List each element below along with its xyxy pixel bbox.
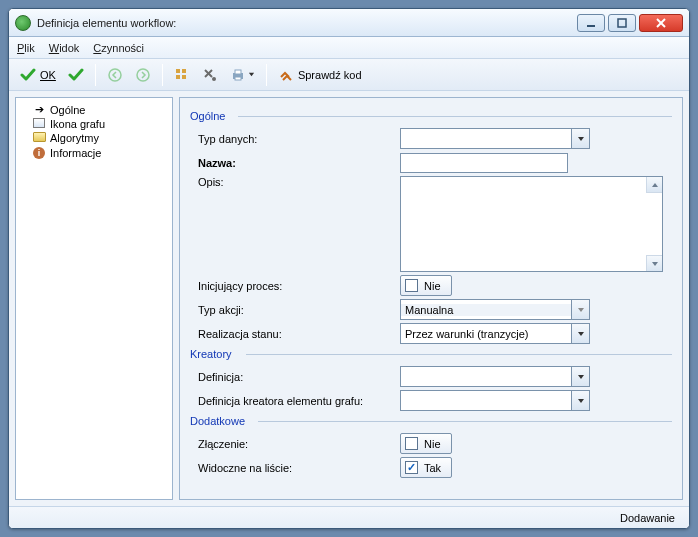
svg-point-12 — [212, 77, 216, 81]
group-wizards: Kreatory — [190, 348, 672, 360]
form-panel: Ogólne Typ danych: Nazwa: Opis: — [179, 97, 683, 500]
label-definicja: Definicja: — [190, 371, 400, 383]
combo-value: Manualna — [401, 304, 571, 316]
combo-definicja[interactable] — [400, 366, 590, 387]
window: Definicja elementu workflow: Plik Widok … — [8, 8, 690, 529]
label-inicjujacy: Inicjujący proces: — [190, 280, 400, 292]
check-label: Tak — [424, 462, 441, 474]
menu-view[interactable]: Widok — [49, 42, 80, 54]
check-zlaczenie[interactable]: Nie — [400, 433, 452, 454]
menubar: Plik Widok Czynności — [9, 37, 689, 59]
ok-label: OK — [40, 69, 56, 81]
close-button[interactable] — [639, 14, 683, 32]
svg-rect-14 — [235, 70, 241, 74]
label-typakcji: Typ akcji: — [190, 304, 400, 316]
image-icon — [32, 118, 46, 130]
chevron-down-icon[interactable] — [571, 367, 589, 386]
tree-item-algorithms[interactable]: Algorytmy — [18, 131, 170, 145]
menu-actions[interactable]: Czynności — [93, 42, 144, 54]
scroll-down-icon[interactable] — [646, 255, 662, 271]
check-code-label: Sprawdź kod — [298, 69, 362, 81]
nav-tree[interactable]: ➔ Ogólne Ikona grafu Algorytmy i Informa… — [15, 97, 173, 500]
arrow-icon: ➔ — [32, 103, 46, 116]
apply-button[interactable] — [63, 63, 89, 87]
combo-value: Przez warunki (tranzycje) — [401, 328, 571, 340]
combo-realizacja[interactable]: Przez warunki (tranzycje) — [400, 323, 590, 344]
check-label: Nie — [424, 438, 441, 450]
tree-item-info[interactable]: i Informacje — [18, 145, 170, 160]
checkbox-icon — [405, 461, 418, 474]
check-inicjujacy[interactable]: Nie — [400, 275, 452, 296]
chevron-down-icon[interactable] — [571, 324, 589, 343]
nav-fwd-button[interactable] — [130, 63, 156, 87]
group-extra: Dodatkowe — [190, 415, 672, 427]
scroll-up-icon[interactable] — [646, 177, 662, 193]
tool-print-button[interactable] — [225, 63, 260, 87]
tree-label: Algorytmy — [50, 132, 99, 144]
label-nazwa: Nazwa: — [190, 157, 400, 169]
check-code-button[interactable]: Sprawdź kod — [273, 63, 367, 87]
window-title: Definicja elementu workflow: — [37, 17, 577, 29]
label-typdanych: Typ danych: — [190, 133, 400, 145]
svg-rect-6 — [176, 69, 180, 73]
combo-typakcji[interactable]: Manualna — [400, 299, 590, 320]
svg-rect-7 — [182, 69, 186, 73]
tree-item-icon[interactable]: Ikona grafu — [18, 117, 170, 131]
svg-point-5 — [137, 69, 149, 81]
combo-typdanych[interactable] — [400, 128, 590, 149]
tree-label: Informacje — [50, 147, 101, 159]
chevron-down-icon[interactable] — [571, 300, 589, 319]
app-icon — [15, 15, 31, 31]
check-label: Nie — [424, 280, 441, 292]
info-icon: i — [32, 146, 46, 159]
checkbox-icon — [405, 279, 418, 292]
maximize-button[interactable] — [608, 14, 636, 32]
statusbar: Dodawanie — [9, 506, 689, 528]
svg-rect-8 — [176, 75, 180, 79]
combo-def-kreatora[interactable] — [400, 390, 590, 411]
ok-button[interactable]: OK — [15, 63, 61, 87]
chevron-down-icon[interactable] — [571, 129, 589, 148]
tool-settings-button[interactable] — [197, 63, 223, 87]
textarea-opis[interactable] — [400, 176, 663, 272]
toolbar: OK Sprawdź kod — [9, 59, 689, 91]
svg-point-4 — [109, 69, 121, 81]
svg-rect-1 — [618, 19, 626, 27]
tree-label: Ikona grafu — [50, 118, 105, 130]
svg-rect-15 — [235, 77, 241, 80]
group-general: Ogólne — [190, 110, 672, 122]
label-widoczne: Widoczne na liście: — [190, 462, 400, 474]
chevron-down-icon[interactable] — [571, 391, 589, 410]
folder-icon — [32, 132, 46, 144]
input-nazwa[interactable] — [400, 153, 568, 173]
label-def-kreatora: Definicja kreatora elementu grafu: — [190, 395, 400, 407]
menu-file[interactable]: Plik — [17, 42, 35, 54]
nav-back-button[interactable] — [102, 63, 128, 87]
svg-rect-9 — [182, 75, 186, 79]
tree-item-general[interactable]: ➔ Ogólne — [18, 102, 170, 117]
label-realizacja: Realizacja stanu: — [190, 328, 400, 340]
tree-label: Ogólne — [50, 104, 85, 116]
status-text: Dodawanie — [620, 512, 675, 524]
label-zlaczenie: Złączenie: — [190, 438, 400, 450]
label-opis: Opis: — [190, 176, 400, 188]
minimize-button[interactable] — [577, 14, 605, 32]
checkbox-icon — [405, 437, 418, 450]
check-widoczne[interactable]: Tak — [400, 457, 452, 478]
tool-grid-button[interactable] — [169, 63, 195, 87]
titlebar[interactable]: Definicja elementu workflow: — [9, 9, 689, 37]
